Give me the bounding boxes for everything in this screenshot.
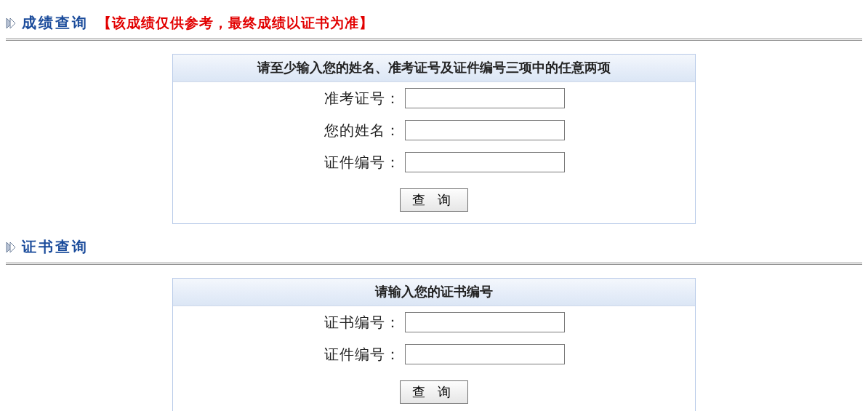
cert-form-wrap: 请输入您的证书编号 证书编号： 证件编号： 查 询 xyxy=(6,278,862,411)
certno1-input-cell xyxy=(405,312,681,332)
ticket-input[interactable] xyxy=(405,88,565,108)
ticket-input-cell xyxy=(405,88,681,108)
name-label: 您的姓名： xyxy=(187,121,405,140)
cert-form-header: 请输入您的证书编号 xyxy=(173,279,695,306)
certno1-label: 证书编号： xyxy=(187,313,405,332)
idno-row: 证件编号： xyxy=(173,146,695,178)
certno2-input-cell xyxy=(405,344,681,364)
idno-input[interactable] xyxy=(405,152,565,172)
score-notice: 【该成绩仅供参考，最终成绩以证书为准】 xyxy=(97,14,374,33)
score-section-header: 成绩查询 【该成绩仅供参考，最终成绩以证书为准】 xyxy=(6,13,862,33)
svg-marker-3 xyxy=(10,242,15,252)
certno2-input[interactable] xyxy=(405,344,565,364)
ticket-label: 准考证号： xyxy=(187,89,405,108)
divider xyxy=(6,263,862,265)
certno1-input[interactable] xyxy=(405,312,565,332)
idno-input-cell xyxy=(405,152,681,172)
cert-section-header: 证书查询 xyxy=(6,237,862,257)
certno2-label: 证件编号： xyxy=(187,345,405,364)
score-query-button[interactable]: 查 询 xyxy=(400,188,467,212)
cert-title: 证书查询 xyxy=(22,237,89,257)
name-input[interactable] xyxy=(405,120,565,140)
triangle-right-icon xyxy=(6,17,17,30)
score-form-wrap: 请至少输入您的姓名、准考证号及证件编号三项中的任意两项 准考证号： 您的姓名： … xyxy=(6,54,862,224)
cert-form-box: 请输入您的证书编号 证书编号： 证件编号： 查 询 xyxy=(172,278,696,411)
svg-marker-1 xyxy=(10,18,15,28)
idno-label: 证件编号： xyxy=(187,153,405,172)
cert-query-button[interactable]: 查 询 xyxy=(400,380,467,404)
divider xyxy=(6,39,862,41)
name-row: 您的姓名： xyxy=(173,114,695,146)
score-form-header: 请至少输入您的姓名、准考证号及证件编号三项中的任意两项 xyxy=(173,55,695,82)
score-form-box: 请至少输入您的姓名、准考证号及证件编号三项中的任意两项 准考证号： 您的姓名： … xyxy=(172,54,696,224)
certno2-row: 证件编号： xyxy=(173,338,695,370)
triangle-right-icon xyxy=(6,241,17,254)
score-submit-row: 查 询 xyxy=(173,178,695,223)
score-title: 成绩查询 xyxy=(22,13,89,33)
ticket-row: 准考证号： xyxy=(173,82,695,114)
certno1-row: 证书编号： xyxy=(173,306,695,338)
name-input-cell xyxy=(405,120,681,140)
cert-submit-row: 查 询 xyxy=(173,370,695,411)
